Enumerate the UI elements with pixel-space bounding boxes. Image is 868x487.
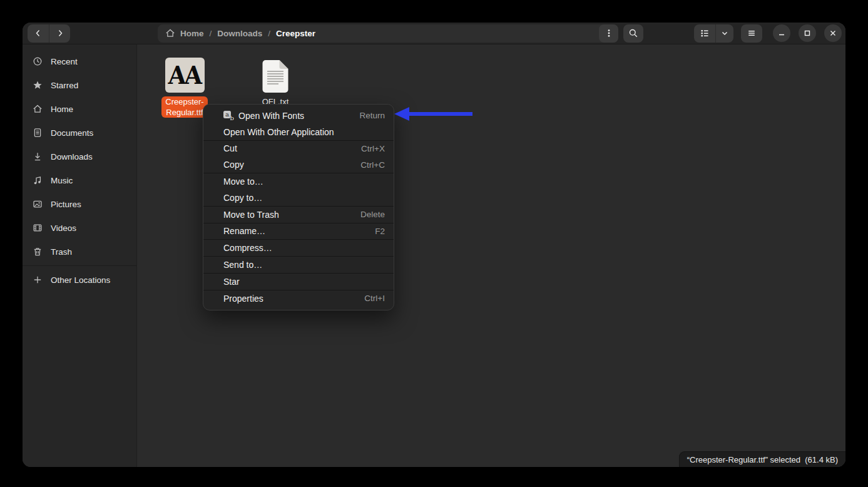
sidebar-item-documents[interactable]: Documents <box>23 121 136 145</box>
menu-item-open-with-other-application[interactable]: Open With Other Application <box>203 124 394 140</box>
maximize-icon <box>802 28 812 38</box>
search-button[interactable] <box>623 24 643 43</box>
hamburger-icon <box>747 28 757 38</box>
maximize-button[interactable] <box>799 24 816 42</box>
file-name-label: Creepster-Regular.ttf <box>161 96 207 118</box>
file-icon-box <box>262 53 289 93</box>
menu-item-label: Copy <box>223 160 244 170</box>
chevron-left-icon <box>33 28 43 38</box>
breadcrumb-segments: Home/Downloads/Creepster <box>165 28 315 38</box>
menu-item-label: Star <box>223 277 240 287</box>
sidebar-item-label: Videos <box>51 223 76 233</box>
file-item[interactable]: OFL.txt <box>248 53 302 107</box>
star-icon <box>33 80 43 90</box>
download-icon <box>33 151 43 161</box>
view-options-button[interactable] <box>716 24 733 43</box>
back-button[interactable] <box>28 24 49 43</box>
font-file-thumbnail: AA <box>165 58 205 93</box>
sidebar-item-label: Documents <box>51 128 93 138</box>
menu-item-shortcut: Delete <box>360 210 385 219</box>
breadcrumb: Home/Downloads/Creepster <box>158 24 618 43</box>
file-view[interactable]: AACreepster-Regular.ttfOFL.txt abOpen Wi… <box>137 44 845 467</box>
clock-icon <box>33 56 43 66</box>
menu-item-cut[interactable]: CutCtrl+X <box>203 141 394 157</box>
fonts-app-icon: ab <box>223 111 234 121</box>
sidebar-item-label: Home <box>51 105 73 114</box>
menu-item-open-with-fonts[interactable]: abOpen With FontsReturn <box>203 108 394 124</box>
main-menu-button[interactable] <box>741 24 762 43</box>
menu-item-label: Copy to… <box>223 193 262 203</box>
menu-item-label: Open With Other Application <box>223 127 334 137</box>
minimize-icon <box>777 28 787 38</box>
menu-item-label: Rename… <box>223 226 265 236</box>
kebab-icon <box>604 28 614 38</box>
file-item[interactable]: AACreepster-Regular.ttf <box>160 53 210 118</box>
sidebar-item-music[interactable]: Music <box>23 168 136 192</box>
document-icon <box>33 128 43 138</box>
menu-item-rename[interactable]: Rename…F2 <box>203 223 394 240</box>
film-icon <box>33 223 43 233</box>
sidebar-item-other-locations[interactable]: Other Locations <box>23 268 136 292</box>
sidebar-item-downloads[interactable]: Downloads <box>23 145 136 168</box>
menu-item-copy-to[interactable]: Copy to… <box>203 190 394 206</box>
sidebar-separator <box>23 265 136 266</box>
sidebar-item-starred[interactable]: Starred <box>23 73 136 97</box>
menu-item-label: Move to… <box>223 177 263 187</box>
chevron-right-icon <box>55 28 65 38</box>
menu-item-shortcut: Ctrl+C <box>360 160 385 170</box>
window-controls <box>773 24 842 42</box>
file-icon-box: AA <box>165 53 205 93</box>
sidebar-item-videos[interactable]: Videos <box>23 216 136 240</box>
menu-item-shortcut: Ctrl+I <box>364 294 385 303</box>
selection-status-bar: “Creepster-Regular.ttf” selected (61.4 k… <box>679 451 845 467</box>
text-file-icon <box>262 60 289 93</box>
menu-item-label: Open With Fonts <box>238 111 304 121</box>
header-bar: Home/Downloads/Creepster <box>23 23 845 44</box>
menu-item-label: Compress… <box>223 243 272 253</box>
menu-item-label: Cut <box>223 143 237 153</box>
menu-item-send-to[interactable]: Send to… <box>203 257 394 273</box>
menu-item-star[interactable]: Star <box>203 274 394 290</box>
sidebar: RecentStarredHomeDocumentsDownloadsMusic… <box>23 44 137 467</box>
menu-item-label: Properties <box>223 294 263 304</box>
list-view-button[interactable] <box>694 24 716 43</box>
navigation-buttons <box>28 24 70 43</box>
context-menu: abOpen With FontsReturnOpen With Other A… <box>203 104 394 310</box>
close-button[interactable] <box>824 24 842 42</box>
menu-item-compress[interactable]: Compress… <box>203 240 394 256</box>
sidebar-item-label: Trash <box>51 247 72 257</box>
minimize-button[interactable] <box>773 24 790 42</box>
breadcrumb-segment-creepster[interactable]: Creepster <box>276 29 315 38</box>
menu-item-copy[interactable]: CopyCtrl+C <box>203 156 394 173</box>
forward-button[interactable] <box>49 24 70 43</box>
files-app-window: Home/Downloads/Creepster <box>23 23 845 467</box>
menu-item-label: Send to… <box>223 260 262 270</box>
sidebar-item-label: Starred <box>51 81 78 90</box>
chevron-down-icon <box>720 28 730 38</box>
breadcrumb-separator: / <box>210 29 212 38</box>
sidebar-item-recent[interactable]: Recent <box>23 49 136 73</box>
trash-icon <box>33 247 43 257</box>
home-icon <box>33 104 43 114</box>
sidebar-item-label: Other Locations <box>51 275 110 285</box>
breadcrumb-home-icon <box>165 28 175 38</box>
sidebar-item-label: Pictures <box>51 200 81 209</box>
menu-item-move-to[interactable]: Move to… <box>203 173 394 190</box>
location-options-button[interactable] <box>599 24 618 43</box>
sidebar-item-trash[interactable]: Trash <box>23 240 136 264</box>
sidebar-item-pictures[interactable]: Pictures <box>23 192 136 216</box>
music-note-icon <box>33 175 43 185</box>
menu-item-move-to-trash[interactable]: Move to TrashDelete <box>203 207 394 223</box>
menu-item-properties[interactable]: PropertiesCtrl+I <box>203 290 394 307</box>
list-view-icon <box>700 28 710 38</box>
font-thumbnail-letters: AA <box>168 60 202 90</box>
fonts-badge-b: b <box>230 115 234 121</box>
breadcrumb-segment-downloads[interactable]: Downloads <box>217 29 262 38</box>
sidebar-item-home[interactable]: Home <box>23 97 136 121</box>
menu-item-shortcut: Ctrl+X <box>361 144 385 153</box>
selection-status-text: “Creepster-Regular.ttf” selected (61.4 k… <box>687 455 838 464</box>
sidebar-item-label: Recent <box>51 57 78 66</box>
breadcrumb-segment-home[interactable]: Home <box>180 29 204 38</box>
close-icon <box>828 28 838 38</box>
menu-item-shortcut: F2 <box>375 227 385 236</box>
